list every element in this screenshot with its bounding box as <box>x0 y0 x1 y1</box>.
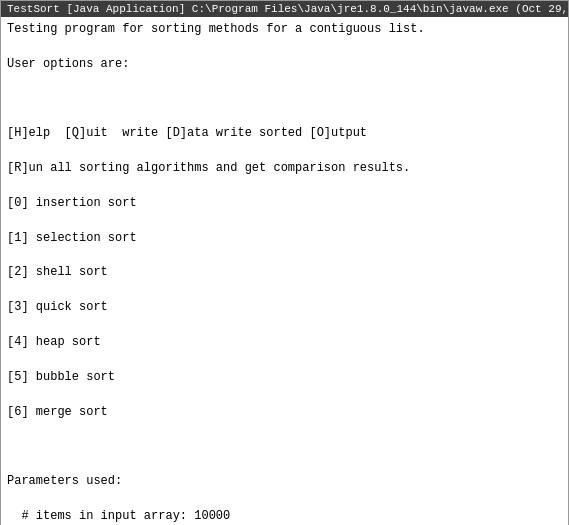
line4: [H]elp [Q]uit write [D]ata write sorted … <box>7 126 367 140</box>
line5: [R]un all sorting algorithms and get com… <box>7 161 410 175</box>
window-title: TestSort [Java Application] C:\Program F… <box>7 3 568 15</box>
line6: [0] insertion sort <box>7 196 137 210</box>
line1: Testing program for sorting methods for … <box>7 22 425 36</box>
line8: [2] shell sort <box>7 265 108 279</box>
line9: [3] quick sort <box>7 300 108 314</box>
line14: Parameters used: <box>7 474 122 488</box>
line11: [5] bubble sort <box>7 370 115 384</box>
main-window: TestSort [Java Application] C:\Program F… <box>0 0 569 525</box>
line7: [1] selection sort <box>7 231 137 245</box>
line2: User options are: <box>7 57 129 71</box>
line12: [6] merge sort <box>7 405 108 419</box>
console-output[interactable]: Testing program for sorting methods for … <box>1 17 568 525</box>
title-bar: TestSort [Java Application] C:\Program F… <box>1 1 568 17</box>
line15: # items in input array: 10000 <box>7 509 230 523</box>
line10: [4] heap sort <box>7 335 101 349</box>
